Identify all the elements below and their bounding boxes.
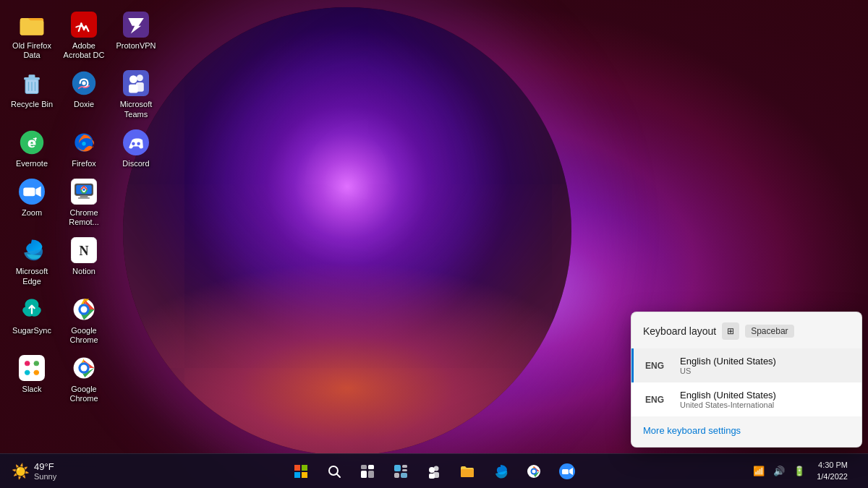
tray-volume-icon[interactable]: 🔊 <box>770 464 788 478</box>
lang-details-eng-intl: English (United States) United States-In… <box>680 390 850 409</box>
svg-rect-7 <box>29 75 35 79</box>
more-keyboard-settings-link[interactable]: More keyboard settings <box>643 425 741 436</box>
desktop-icon-notion[interactable]: N Notion <box>58 231 110 290</box>
desktop-icon-google-chrome-1[interactable]: Google Chrome <box>58 291 110 349</box>
svg-point-12 <box>82 82 85 85</box>
keyboard-layout-title: Keyboard layout <box>643 325 716 337</box>
desktop-icon-label: Microsoft Edge <box>9 267 55 286</box>
lang-sub-eng-us: US <box>680 367 850 375</box>
desktop-icon-google-chrome-2[interactable]: Google Chrome <box>58 349 110 408</box>
lang-name-eng-us: English (United States) <box>680 356 850 367</box>
desktop-icons: Old Firefox Data Adobe Acrobat DC Proton… <box>6 6 162 408</box>
svg-rect-73 <box>461 469 474 477</box>
svg-rect-62 <box>361 471 367 478</box>
desktop-icon-label: Google Chrome <box>61 326 107 345</box>
desktop-icon-protonvpn[interactable]: ProtonVPN <box>110 6 162 64</box>
keyboard-item-eng-intl[interactable]: ENG English (United States) United State… <box>631 382 861 416</box>
desktop-icon-doxie[interactable]: Doxie <box>58 64 110 123</box>
svg-rect-67 <box>394 473 399 478</box>
desktop-icon-label: Adobe Acrobat DC <box>61 41 107 60</box>
svg-rect-68 <box>401 473 407 478</box>
svg-text:N: N <box>80 244 89 259</box>
svg-point-22 <box>82 142 85 145</box>
lang-details-eng-us: English (United States) US <box>680 356 850 375</box>
weather-icon: ☀️ <box>12 463 30 480</box>
desktop-icon-firefox[interactable]: Firefox <box>58 124 110 173</box>
weather-condition: Sunny <box>34 472 56 481</box>
teams-taskbar-button[interactable] <box>418 455 450 487</box>
clock-date: 1/4/2022 <box>817 471 848 482</box>
svg-rect-33 <box>78 197 90 199</box>
svg-point-71 <box>429 467 435 473</box>
weather-temperature: 49°F <box>34 461 56 472</box>
widgets-button[interactable] <box>385 455 417 487</box>
desktop-icon-sugarsync[interactable]: SugarSync <box>6 291 58 349</box>
desktop-icon-label: Old Firefox Data <box>9 41 55 60</box>
desktop-icon-slack[interactable]: Slack <box>6 349 58 408</box>
svg-rect-72 <box>429 474 435 479</box>
search-button[interactable] <box>318 455 350 487</box>
desktop-icon-zoom[interactable]: Zoom <box>6 173 58 231</box>
desktop-icon-label: Google Chrome <box>61 385 107 403</box>
tray-network-icon[interactable]: 📶 <box>750 464 767 478</box>
start-button[interactable] <box>285 455 317 487</box>
desktop-icon-evernote[interactable]: Evernote <box>6 124 58 173</box>
desktop-icon-microsoft-teams[interactable]: Microsoft Teams <box>110 64 162 123</box>
keyboard-popup-header: Keyboard layout ⊞ Spacebar <box>631 312 861 348</box>
desktop-icon-label: Doxie <box>74 100 94 109</box>
desktop-icon-label: Firefox <box>72 159 96 168</box>
system-tray: 📶 🔊 🔋 4:30 PM 1/4/2022 <box>750 457 862 486</box>
lang-badge-eng-intl: ENG <box>645 395 671 405</box>
desktop-icon-microsoft-edge[interactable]: Microsoft Edge <box>6 231 58 290</box>
desktop-icon-adobe-acrobat[interactable]: Adobe Acrobat DC <box>58 6 110 64</box>
desktop-icon-recycle-bin[interactable]: Recycle Bin <box>6 64 58 123</box>
weather-details: 49°F Sunny <box>34 461 56 481</box>
lang-name-eng-intl: English (United States) <box>680 390 850 401</box>
desktop-icon-old-firefox-data[interactable]: Old Firefox Data <box>6 6 58 64</box>
svg-rect-48 <box>25 372 30 374</box>
desktop-icon-label: Chrome Remot... <box>61 208 107 227</box>
file-explorer-button[interactable] <box>451 455 483 487</box>
desktop-icon-label: Discord <box>122 159 149 168</box>
show-desktop-button[interactable] <box>856 457 862 486</box>
svg-rect-54 <box>294 465 300 471</box>
svg-rect-60 <box>361 465 367 469</box>
svg-rect-64 <box>394 465 401 471</box>
zoom-taskbar-button[interactable] <box>551 455 583 487</box>
svg-line-59 <box>337 474 341 477</box>
desktop-icon-label: Evernote <box>16 159 48 168</box>
task-view-button[interactable] <box>352 455 383 487</box>
keyboard-footer: More keyboard settings <box>631 416 861 447</box>
keyboard-layout-popup: Keyboard layout ⊞ Spacebar ENG English (… <box>631 312 862 448</box>
svg-point-19 <box>35 137 37 140</box>
svg-point-76 <box>532 469 536 473</box>
clock-time: 4:30 PM <box>817 460 848 471</box>
svg-rect-27 <box>23 188 35 197</box>
svg-rect-49 <box>34 362 39 365</box>
keyboard-item-eng-us[interactable]: ENG English (United States) US <box>631 348 861 382</box>
svg-rect-66 <box>402 469 407 471</box>
svg-rect-78 <box>562 469 569 474</box>
weather-widget[interactable]: ☀️ 49°F Sunny <box>6 458 62 484</box>
desktop-icon-label: Microsoft Teams <box>113 100 159 119</box>
svg-rect-56 <box>294 472 300 478</box>
tray-battery-icon[interactable]: 🔋 <box>791 464 808 478</box>
svg-rect-63 <box>368 471 374 478</box>
svg-rect-32 <box>80 195 88 197</box>
desktop-icon-chrome-remote[interactable]: Chrome Remot... <box>58 173 110 231</box>
desktop-sphere-decoration <box>123 7 571 455</box>
edge-taskbar-button[interactable] <box>485 455 516 487</box>
svg-rect-2 <box>71 12 97 38</box>
svg-point-35 <box>82 188 85 191</box>
desktop-icon-label: Zoom <box>22 208 42 218</box>
svg-rect-61 <box>368 465 374 469</box>
desktop-icon-discord[interactable]: Discord <box>110 124 162 173</box>
taskbar-center-buttons <box>285 455 583 487</box>
desktop-icon-label: ProtonVPN <box>116 41 156 51</box>
svg-point-41 <box>81 306 88 312</box>
system-clock[interactable]: 4:30 PM 1/4/2022 <box>812 460 852 482</box>
svg-point-16 <box>129 76 137 84</box>
tray-icons[interactable]: 📶 🔊 🔋 <box>750 464 808 478</box>
svg-rect-57 <box>302 472 307 478</box>
chrome-taskbar-button[interactable] <box>518 455 550 487</box>
